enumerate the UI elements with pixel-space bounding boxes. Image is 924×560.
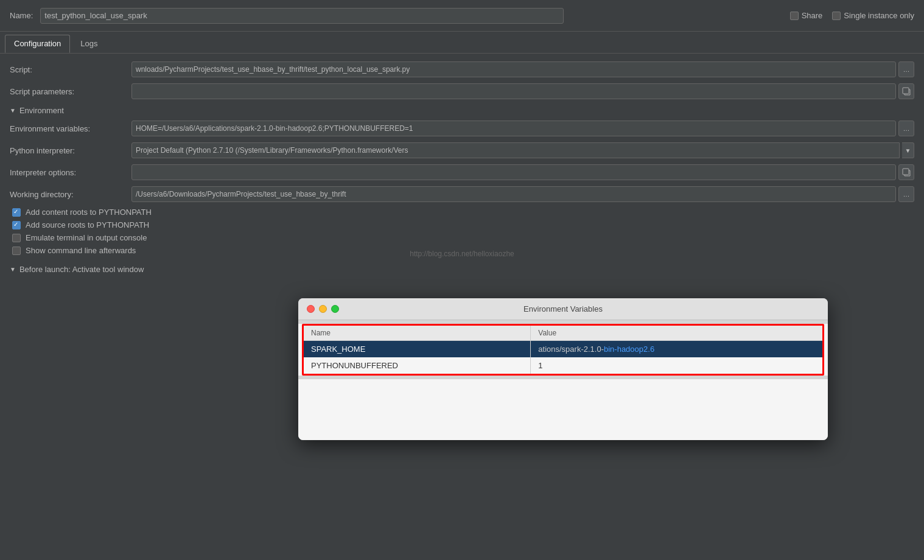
single-instance-checkbox[interactable] xyxy=(832,12,841,20)
single-instance-label: Single instance only xyxy=(844,11,914,20)
table-row[interactable]: PYTHONUNBUFFERED 1 xyxy=(304,357,822,374)
env-dialog-titlebar: Environment Variables xyxy=(298,298,828,320)
python-interp-input[interactable] xyxy=(131,142,900,158)
table-row[interactable]: SPARK_HOME ations/spark-2.1.0-bin-hadoop… xyxy=(304,341,822,358)
script-params-label: Script parameters: xyxy=(10,87,131,96)
env-dialog-title: Environment Variables xyxy=(523,304,603,313)
show-cmdline-checkbox[interactable] xyxy=(12,247,21,255)
add-content-roots-label: Add content roots to PYTHONPATH xyxy=(26,208,152,217)
value-highlight: bin-hadoop2.6 xyxy=(604,345,654,354)
script-params-icon-button[interactable] xyxy=(898,83,914,99)
working-dir-browse-button[interactable]: … xyxy=(898,186,914,202)
pythonunbuffered-name-cell: PYTHONUNBUFFERED xyxy=(304,357,531,374)
interp-options-icon-button[interactable] xyxy=(898,164,914,180)
working-dir-row: Working directory: … xyxy=(10,186,914,203)
name-label: Name: xyxy=(10,11,33,20)
before-launch-triangle-icon: ▼ xyxy=(10,266,16,273)
interp-options-input-wrap xyxy=(131,164,914,180)
maximize-button[interactable] xyxy=(331,305,339,313)
script-input-wrap: … xyxy=(131,61,914,77)
python-interp-input-wrap: ▼ xyxy=(131,142,914,158)
spark-home-value-cell: ations/spark-2.1.0-bin-hadoop2.6 xyxy=(531,341,822,358)
show-cmdline-row: Show command line afterwards xyxy=(10,246,914,255)
pythonunbuffered-value-cell: 1 xyxy=(531,357,822,374)
env-table: Name Value SPARK_HOME ations/spark-2.1.0… xyxy=(304,326,822,374)
env-vars-label: Environment variables: xyxy=(10,124,131,133)
show-cmdline-label: Show command line afterwards xyxy=(26,246,136,255)
script-params-input-wrap xyxy=(131,83,914,99)
env-table-wrap: Name Value SPARK_HOME ations/spark-2.1.0… xyxy=(298,324,828,376)
python-interp-row: Python interpreter: ▼ xyxy=(10,142,914,159)
python-interp-label: Python interpreter: xyxy=(10,146,131,155)
top-bar: Name: Share Single instance only xyxy=(0,0,924,32)
tab-logs[interactable]: Logs xyxy=(71,35,107,53)
tab-configuration[interactable]: Configuration xyxy=(5,35,70,53)
add-content-roots-row: Add content roots to PYTHONPATH xyxy=(10,208,914,217)
share-checkbox-item: Share xyxy=(790,11,823,20)
env-vars-input-wrap: … xyxy=(131,121,914,136)
close-button[interactable] xyxy=(307,305,315,313)
emulate-terminal-label: Emulate terminal in output console xyxy=(26,233,147,242)
emulate-terminal-checkbox[interactable] xyxy=(12,234,21,242)
add-source-roots-label: Add source roots to PYTHONPATH xyxy=(26,220,149,229)
script-label: Script: xyxy=(10,65,131,74)
environment-section-header[interactable]: ▼ Environment xyxy=(10,106,914,115)
share-checkbox[interactable] xyxy=(790,12,799,20)
add-source-roots-row: Add source roots to PYTHONPATH xyxy=(10,220,914,229)
working-dir-input[interactable] xyxy=(131,186,896,202)
environment-triangle-icon: ▼ xyxy=(10,107,16,114)
env-vars-input[interactable] xyxy=(131,121,896,136)
minimize-button[interactable] xyxy=(319,305,327,313)
env-dialog-bottom-spacer xyxy=(298,379,828,440)
single-instance-checkbox-item: Single instance only xyxy=(832,11,914,20)
spark-home-name-cell: SPARK_HOME xyxy=(304,341,531,358)
script-browse-button[interactable]: … xyxy=(898,61,914,77)
traffic-lights xyxy=(307,305,339,313)
script-input[interactable] xyxy=(131,61,896,77)
env-table-container: Name Value SPARK_HOME ations/spark-2.1.0… xyxy=(302,324,824,376)
col-name-header: Name xyxy=(304,326,531,341)
share-label: Share xyxy=(802,11,823,20)
share-area: Share Single instance only xyxy=(790,11,914,20)
working-dir-input-wrap: … xyxy=(131,186,914,202)
main-panel: Name: Share Single instance only Configu… xyxy=(0,0,924,560)
script-params-row: Script parameters: xyxy=(10,83,914,100)
env-vars-row: Environment variables: … xyxy=(10,120,914,137)
emulate-terminal-row: Emulate terminal in output console xyxy=(10,233,914,242)
env-variables-dialog: Environment Variables Name Value SPARK_H… xyxy=(298,298,828,440)
add-source-roots-checkbox[interactable] xyxy=(12,221,21,229)
content-area: Script: … Script parameters: ▼ xyxy=(0,54,924,281)
script-params-input[interactable] xyxy=(131,83,896,99)
env-vars-browse-button[interactable]: … xyxy=(898,121,914,136)
svg-rect-0 xyxy=(903,88,909,94)
svg-rect-1 xyxy=(903,169,909,175)
before-launch-section: ▼ Before launch: Activate tool window xyxy=(10,265,914,274)
before-launch-label: Before launch: Activate tool window xyxy=(19,265,144,274)
value-prefix: ations/spark-2.1.0- xyxy=(538,345,604,354)
working-dir-label: Working directory: xyxy=(10,190,131,199)
name-input[interactable] xyxy=(40,8,564,24)
tabs-bar: Configuration Logs xyxy=(0,32,924,54)
add-content-roots-checkbox[interactable] xyxy=(12,208,21,217)
python-interp-dropdown-button[interactable]: ▼ xyxy=(902,142,914,158)
interp-options-row: Interpreter options: xyxy=(10,164,914,181)
interp-options-input[interactable] xyxy=(131,164,896,180)
environment-label: Environment xyxy=(19,106,64,115)
interp-options-label: Interpreter options: xyxy=(10,168,131,177)
col-value-header: Value xyxy=(531,326,822,341)
script-row: Script: … xyxy=(10,61,914,78)
